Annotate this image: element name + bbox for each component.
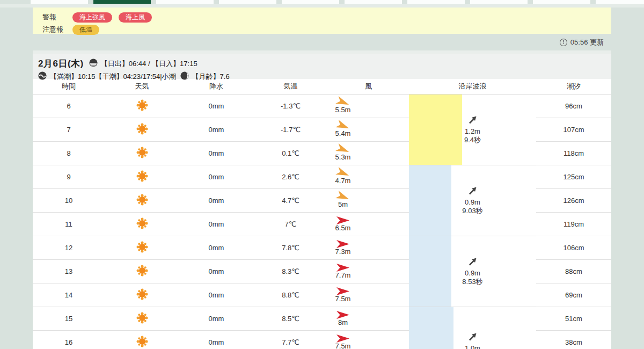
precip-cell: 0mm [179, 236, 253, 259]
info-icon[interactable]: ! [560, 39, 567, 46]
tab-6[interactable] [407, 0, 465, 4]
sunny-icon [139, 338, 145, 345]
temp-cell: 7.8℃ [253, 236, 328, 259]
wind-direction-icon [329, 169, 357, 178]
temp-cell: 8.8℃ [253, 283, 328, 307]
wave-cell: 1.0m [409, 307, 536, 349]
precip-cell: 0mm [179, 212, 253, 236]
precip-cell: 0mm [179, 330, 253, 349]
wind-direction-icon [329, 216, 357, 225]
tide-cell: 119cm [536, 212, 611, 236]
tab-5[interactable] [345, 0, 402, 4]
temp-cell: -1.7℃ [253, 118, 328, 141]
sunrise-icon [89, 59, 98, 69]
sunny-icon [139, 102, 145, 108]
advisory-label: 注意報 [42, 25, 72, 34]
time-cell: 7 [33, 118, 105, 141]
weather-cell [105, 188, 179, 212]
wave-height: 1.2m [409, 127, 536, 136]
wave-height: 1.0m [409, 344, 536, 349]
moon-phase-icon [180, 71, 189, 82]
col-header-tide: 潮汐 [536, 79, 611, 94]
warning-badge[interactable]: 海上強風 [72, 12, 112, 23]
time-cell: 14 [33, 283, 105, 307]
tide-cell: 118cm [536, 141, 611, 165]
precip-cell: 0mm [179, 283, 253, 307]
forecast-table: 時間 天気 降水 気温 風 沿岸波浪 潮汐 60mm-1.3℃5.5m1.2m9… [33, 79, 611, 349]
wind-cell: 5.5m [328, 94, 409, 118]
temp-cell: -1.3℃ [253, 94, 328, 118]
sunny-icon [139, 267, 145, 274]
forecast-table-wrap: 時間 天気 降水 気温 風 沿岸波浪 潮汐 60mm-1.3℃5.5m1.2m9… [33, 79, 611, 349]
precip-cell: 0mm [179, 141, 253, 165]
top-tab-strip [0, 0, 644, 4]
wind-cell: 8m [328, 307, 409, 330]
wave-direction-icon [467, 336, 478, 344]
wave-period: 8.53秒 [409, 278, 536, 286]
wind-direction-icon [329, 310, 357, 319]
wind-direction-icon [329, 263, 357, 272]
tab-3[interactable] [219, 0, 276, 4]
tide-cell: 51cm [536, 307, 611, 330]
wind-direction-icon [329, 98, 357, 107]
table-row: 60mm-1.3℃5.5m1.2m9.4秒96cm [33, 94, 611, 118]
weather-cell [105, 307, 179, 330]
tide-cell: 38cm [536, 330, 611, 349]
weather-cell [105, 118, 179, 141]
tab-4[interactable] [282, 0, 339, 4]
temp-cell: 7℃ [253, 212, 328, 236]
weather-cell [105, 141, 179, 165]
precip-cell: 0mm [179, 259, 253, 283]
time-cell: 9 [33, 165, 105, 188]
tab-9[interactable] [596, 0, 644, 4]
sunny-icon [139, 197, 145, 203]
tide-cell: 69cm [536, 283, 611, 307]
weather-cell [105, 165, 179, 188]
time-cell: 10 [33, 188, 105, 212]
tide-cell: 126cm [536, 188, 611, 212]
wind-direction-icon [329, 334, 357, 343]
wind-cell: 5.3m [328, 141, 409, 165]
wind-cell: 6.5m [328, 212, 409, 236]
time-cell: 8 [33, 141, 105, 165]
temp-cell: 2.6℃ [253, 165, 328, 188]
wave-cell: 0.9m8.53秒 [409, 236, 536, 307]
wave-period: 9.03秒 [409, 207, 536, 215]
temp-cell: 7.7℃ [253, 330, 328, 349]
time-cell: 12 [33, 236, 105, 259]
date-title: 2月6日(木) [38, 57, 84, 70]
tab-1[interactable] [93, 0, 151, 4]
wind-speed: 6.5m [335, 224, 351, 232]
tide-cell: 106cm [536, 236, 611, 259]
precip-cell: 0mm [179, 165, 253, 188]
tab-2[interactable] [156, 0, 214, 4]
wave-direction-icon [467, 119, 478, 127]
wave-cell: 1.2m9.4秒 [409, 94, 536, 165]
advisory-badge[interactable]: 低温 [72, 25, 99, 35]
wind-direction-icon [329, 287, 357, 296]
wave-direction-icon [467, 260, 478, 268]
warning-badge[interactable]: 海上風 [119, 12, 152, 23]
wind-speed: 7.7m [335, 271, 351, 279]
tab-strip-underline [0, 4, 644, 8]
temp-cell: 8.5℃ [253, 307, 328, 330]
sunrise-sunset-info: 【日出】06:44 / 【日入】17:15 [101, 59, 197, 69]
tab-7[interactable] [470, 0, 528, 4]
tab-8[interactable] [533, 0, 590, 4]
wind-direction-icon [329, 145, 357, 154]
tide-cell: 96cm [536, 94, 611, 118]
tide-wave-icon [38, 71, 47, 82]
sunny-icon [139, 126, 145, 132]
wind-direction-icon [329, 192, 357, 201]
wind-cell: 7.3m [328, 236, 409, 259]
warning-label: 警報 [42, 12, 72, 22]
moon-age-info: 【月齢】7.6 [192, 72, 230, 82]
weather-cell [105, 212, 179, 236]
table-row: 120mm7.8℃7.3m0.9m8.53秒106cm [33, 236, 611, 259]
tab-0[interactable] [31, 0, 88, 4]
weather-cell [105, 283, 179, 307]
precip-cell: 0mm [179, 118, 253, 141]
temp-cell: 0.1℃ [253, 141, 328, 165]
time-cell: 16 [33, 330, 105, 349]
date-header: 2月6日(木) 【日出】06:44 / 【日入】17:15 【満潮】10:15【… [33, 54, 611, 79]
